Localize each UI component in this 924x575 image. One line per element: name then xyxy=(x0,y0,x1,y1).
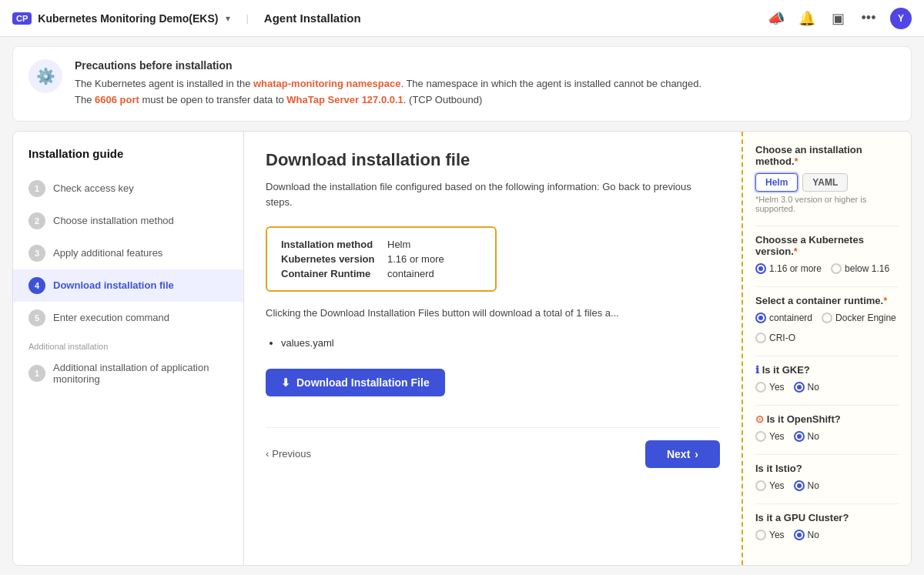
megaphone-icon[interactable]: 📣 xyxy=(767,9,785,28)
required-star: * xyxy=(795,155,798,167)
sidebar-label-5: Enter execution command xyxy=(53,312,169,323)
radio-containerd-circle xyxy=(755,313,766,323)
gke-yes[interactable]: Yes xyxy=(755,382,785,393)
precaution-text1: The Kubernetes agent is installed in the xyxy=(75,78,253,89)
openshift-label: ⊙ Is it OpenShift? xyxy=(755,413,899,425)
helm-button[interactable]: Helm xyxy=(755,173,798,192)
sidebar-item-check-access-key[interactable]: 1 Check access key xyxy=(13,172,243,205)
radio-crio-circle xyxy=(755,333,766,343)
gke-label: ℹ Is it GKE? xyxy=(755,364,899,376)
download-icon: ⬇ xyxy=(281,376,290,389)
radio-istio-yes-circle xyxy=(755,480,766,491)
k8s-option-below-116[interactable]: below 1.16 xyxy=(831,263,889,274)
download-installation-button[interactable]: ⬇ Download Installation File xyxy=(266,369,445,396)
main-layout: Installation guide 1 Check access key 2 … xyxy=(12,131,912,566)
gpu-yes[interactable]: Yes xyxy=(755,530,785,540)
yaml-button[interactable]: YAML xyxy=(802,173,848,192)
port-highlight: 6606 port xyxy=(95,94,139,105)
sidebar-num-2: 2 xyxy=(28,212,45,229)
info-k8s-label: Kubernetes version xyxy=(281,253,381,265)
istio-no-label: No xyxy=(808,480,819,491)
panel-divider-3 xyxy=(755,356,899,356)
sidebar-item-execution[interactable]: 5 Enter execution command xyxy=(13,302,243,334)
header-left: CP Kubernetes Monitoring Demo(EKS) ▾ | A… xyxy=(12,12,767,25)
sidebar-item-additional-features[interactable]: 3 Apply additional features xyxy=(13,237,243,269)
runtime-option-containerd[interactable]: containerd xyxy=(755,313,812,323)
precaution-banner: ⚙️ Precautions before installation The K… xyxy=(12,46,912,122)
runtime-option-crio[interactable]: CRI-O xyxy=(755,333,795,343)
info-row-method: Installation method Helm xyxy=(281,239,481,250)
radio-openshift-yes-circle xyxy=(755,431,766,442)
sidebar-num-1: 1 xyxy=(28,180,45,197)
info-runtime-label: Container Runtime xyxy=(281,268,381,279)
runtime-containerd-label: containerd xyxy=(769,313,812,323)
file-list: values.yaml xyxy=(266,337,720,349)
info-k8s-value: 1.16 or more xyxy=(387,253,444,265)
download-btn-label: Download Installation File xyxy=(296,376,430,389)
panel-divider-4 xyxy=(755,405,899,406)
sidebar-title: Installation guide xyxy=(13,147,243,172)
nav-buttons: ‹ Previous Next › xyxy=(266,427,720,468)
more-icon[interactable]: ••• xyxy=(859,9,878,28)
k8s-version-section: Choosse a Kubernetes version.* 1.16 or m… xyxy=(755,234,899,274)
panel-divider-2 xyxy=(755,286,899,287)
project-dropdown-icon[interactable]: ▾ xyxy=(226,13,230,24)
bell-icon[interactable]: 🔔 xyxy=(798,9,816,28)
file-desc: Clicking the Download Installation Files… xyxy=(266,306,720,322)
precaution-text5: . (TCP Outbound) xyxy=(403,94,482,105)
radio-gke-yes-circle xyxy=(755,382,766,393)
next-button[interactable]: Next › xyxy=(645,440,720,468)
sidebar: Installation guide 1 Check access key 2 … xyxy=(13,132,244,565)
radio-116-more-circle xyxy=(755,263,766,274)
question-icon-openshift: ⊙ xyxy=(755,413,764,425)
prev-arrow-icon: ‹ xyxy=(266,448,269,460)
install-method-section: Choose an installation method.* Helm YAM… xyxy=(755,144,899,213)
openshift-no[interactable]: No xyxy=(794,431,819,442)
runtime-option-docker[interactable]: Docker Engine xyxy=(822,313,896,323)
radio-below-116-circle xyxy=(831,263,842,274)
sidebar-item-app-monitoring[interactable]: 1 Additional installation of application… xyxy=(13,354,243,393)
list-item: values.yaml xyxy=(281,337,720,349)
istio-yes-label: Yes xyxy=(769,480,785,491)
info-method-value: Helm xyxy=(387,239,410,250)
next-arrow-icon: › xyxy=(695,448,698,460)
radio-openshift-no-circle xyxy=(794,431,805,442)
project-name[interactable]: Kubernetes Monitoring Demo(EKS) xyxy=(38,12,218,25)
openshift-no-label: No xyxy=(808,431,819,442)
k8s-option-116-more[interactable]: 1.16 or more xyxy=(755,263,822,274)
istio-no[interactable]: No xyxy=(794,480,819,491)
runtime-crio-label: CRI-O xyxy=(769,333,795,343)
grid-icon[interactable]: ▣ xyxy=(829,9,847,28)
avatar[interactable]: Y xyxy=(890,8,912,29)
next-btn-label: Next xyxy=(667,448,690,460)
gke-no[interactable]: No xyxy=(794,382,819,393)
right-panel: Choose an installation method.* Helm YAM… xyxy=(742,132,911,565)
gpu-no[interactable]: No xyxy=(794,530,819,540)
openshift-yes[interactable]: Yes xyxy=(755,431,785,442)
gpu-section: Is it a GPU Cluster? Yes No xyxy=(755,512,899,540)
content-title: Download installation file xyxy=(266,150,720,170)
radio-docker-circle xyxy=(822,313,832,323)
required-star-2: * xyxy=(794,246,798,257)
precaution-content: Precautions before installation The Kube… xyxy=(75,59,701,109)
content-area: Download installation file Download the … xyxy=(244,132,742,565)
install-method-buttons: Helm YAML xyxy=(755,173,899,192)
runtime-label: Select a container runtime.* xyxy=(755,295,899,306)
prev-btn-label: Previous xyxy=(272,448,311,460)
header-icons: 📣 🔔 ▣ ••• Y xyxy=(767,8,912,29)
header: CP Kubernetes Monitoring Demo(EKS) ▾ | A… xyxy=(0,0,924,37)
gke-section: ℹ Is it GKE? Yes No xyxy=(755,364,899,393)
precaution-text: The Kubernetes agent is installed in the… xyxy=(75,76,701,109)
sidebar-item-choose-method[interactable]: 2 Choose installation method xyxy=(13,205,243,237)
sidebar-num-3: 3 xyxy=(28,245,45,262)
gke-no-label: No xyxy=(808,382,819,393)
header-separator: | xyxy=(246,12,248,24)
openshift-yes-label: Yes xyxy=(769,431,785,442)
panel-divider-1 xyxy=(755,226,899,226)
info-box: Installation method Helm Kubernetes vers… xyxy=(266,226,497,292)
info-row-k8s: Kubernetes version 1.16 or more xyxy=(281,253,481,265)
istio-yes[interactable]: Yes xyxy=(755,480,785,491)
k8s-version-radio-group: 1.16 or more below 1.16 xyxy=(755,263,899,274)
sidebar-item-download[interactable]: 4 Download installation file xyxy=(13,269,243,302)
previous-button[interactable]: ‹ Previous xyxy=(266,448,311,460)
